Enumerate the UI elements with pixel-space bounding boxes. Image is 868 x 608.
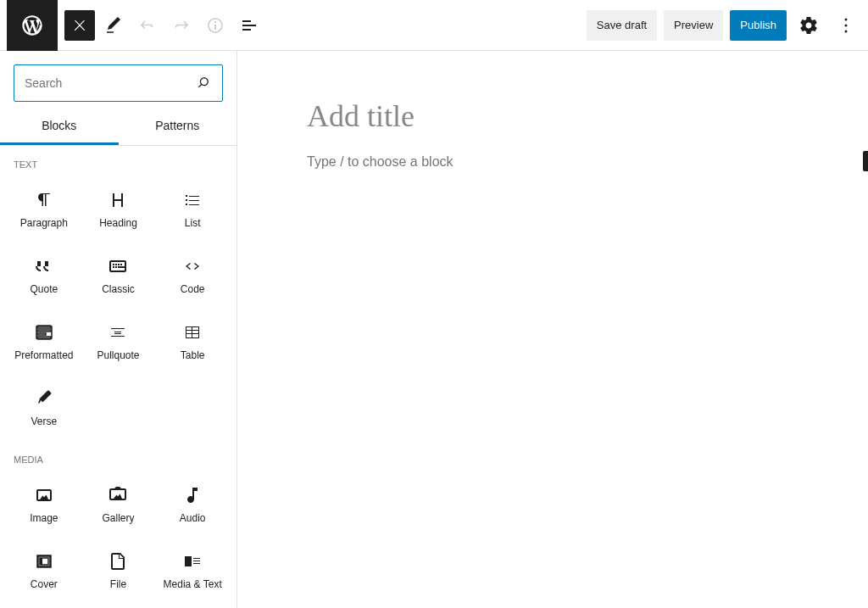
cover-icon bbox=[34, 551, 54, 572]
wordpress-logo[interactable] bbox=[7, 0, 58, 51]
search-wrap bbox=[0, 51, 236, 109]
block-heading[interactable]: Heading bbox=[81, 176, 156, 243]
svg-point-2 bbox=[845, 30, 848, 32]
code-icon bbox=[182, 256, 203, 276]
verse-icon bbox=[34, 388, 54, 409]
editor-canvas[interactable]: Add title Type / to choose a block bbox=[237, 51, 868, 608]
category-label: Text bbox=[0, 146, 236, 176]
block-paragraph[interactable]: Paragraph bbox=[7, 176, 81, 243]
block-label: Classic bbox=[102, 283, 135, 295]
post-title-input[interactable]: Add title bbox=[307, 98, 798, 134]
list-icon bbox=[182, 190, 203, 210]
block-label: Heading bbox=[99, 217, 137, 229]
block-label: Pullquote bbox=[97, 349, 139, 361]
block-inserter-sidebar: Blocks Patterns TextParagraphHeadingList… bbox=[0, 51, 237, 608]
topbar: Save draft Preview Publish bbox=[0, 0, 868, 51]
block-label: Audio bbox=[180, 512, 206, 524]
topbar-left bbox=[7, 0, 264, 51]
preview-button[interactable]: Preview bbox=[664, 10, 723, 41]
block-preformatted[interactable]: Preformatted bbox=[7, 309, 81, 375]
heading-icon bbox=[108, 190, 128, 210]
pullquote-icon bbox=[108, 322, 128, 343]
edit-mode-button[interactable] bbox=[98, 10, 129, 41]
media-text-icon bbox=[182, 551, 203, 572]
table-icon bbox=[182, 322, 203, 343]
search-icon bbox=[195, 74, 212, 93]
block-code[interactable]: Code bbox=[155, 243, 230, 309]
block-video[interactable]: Video bbox=[7, 604, 81, 608]
block-label: Table bbox=[181, 349, 205, 361]
block-label: Gallery bbox=[102, 512, 134, 524]
gallery-icon bbox=[108, 485, 128, 505]
publish-button[interactable]: Publish bbox=[730, 10, 787, 41]
file-icon bbox=[108, 551, 128, 572]
block-label: Code bbox=[181, 283, 205, 295]
block-pullquote[interactable]: Pullquote bbox=[81, 309, 156, 375]
settings-button[interactable] bbox=[793, 10, 824, 41]
block-table[interactable]: Table bbox=[155, 309, 230, 375]
svg-point-0 bbox=[845, 18, 848, 20]
block-gallery[interactable]: Gallery bbox=[81, 471, 156, 538]
block-label: Verse bbox=[31, 416, 57, 427]
post-body-placeholder[interactable]: Type / to choose a block bbox=[307, 154, 798, 170]
image-icon bbox=[34, 485, 54, 505]
block-label: Cover bbox=[31, 578, 58, 590]
block-file[interactable]: File bbox=[81, 538, 156, 604]
info-button[interactable] bbox=[200, 10, 231, 41]
more-options-button[interactable] bbox=[831, 10, 861, 41]
topbar-right: Save draft Preview Publish bbox=[587, 10, 861, 41]
main: Blocks Patterns TextParagraphHeadingList… bbox=[0, 51, 868, 608]
block-media-text[interactable]: Media & Text bbox=[155, 538, 230, 604]
quote-icon bbox=[34, 256, 54, 276]
block-list[interactable]: List bbox=[155, 176, 230, 243]
blocks-panel: TextParagraphHeadingListQuoteClassicCode… bbox=[0, 146, 236, 608]
block-classic[interactable]: Classic bbox=[81, 243, 156, 309]
tab-patterns[interactable]: Patterns bbox=[119, 109, 237, 145]
category-label: Media bbox=[0, 441, 236, 471]
block-label: Quote bbox=[30, 283, 58, 295]
preformatted-icon bbox=[34, 322, 54, 343]
redo-button[interactable] bbox=[166, 10, 197, 41]
search-box[interactable] bbox=[14, 64, 223, 102]
editor-content: Add title Type / to choose a block bbox=[307, 98, 798, 170]
block-quote[interactable]: Quote bbox=[7, 243, 81, 309]
block-label: File bbox=[110, 578, 126, 590]
audio-icon bbox=[182, 485, 203, 505]
block-verse[interactable]: Verse bbox=[7, 375, 81, 441]
block-label: List bbox=[185, 217, 201, 229]
blocks-grid: ParagraphHeadingListQuoteClassicCodePref… bbox=[0, 176, 236, 441]
close-inserter-button[interactable] bbox=[64, 10, 95, 41]
svg-point-1 bbox=[845, 24, 848, 26]
block-cover[interactable]: Cover bbox=[7, 538, 81, 604]
inserter-tabs: Blocks Patterns bbox=[0, 109, 236, 146]
outline-button[interactable] bbox=[234, 10, 264, 41]
blocks-grid: ImageGalleryAudioCoverFileMedia & TextVi… bbox=[0, 471, 236, 608]
block-label: Preformatted bbox=[14, 349, 73, 361]
classic-icon bbox=[108, 256, 128, 276]
block-label: Media & Text bbox=[164, 578, 222, 590]
add-block-button[interactable] bbox=[863, 151, 868, 171]
block-audio[interactable]: Audio bbox=[155, 471, 230, 538]
save-draft-button[interactable]: Save draft bbox=[587, 10, 657, 41]
search-input[interactable] bbox=[25, 76, 195, 90]
paragraph-icon bbox=[34, 190, 54, 210]
block-image[interactable]: Image bbox=[7, 471, 81, 538]
svg-rect-4 bbox=[40, 558, 42, 565]
block-label: Paragraph bbox=[20, 217, 68, 229]
undo-button[interactable] bbox=[132, 10, 163, 41]
tab-blocks[interactable]: Blocks bbox=[0, 109, 119, 145]
block-label: Image bbox=[30, 512, 58, 524]
